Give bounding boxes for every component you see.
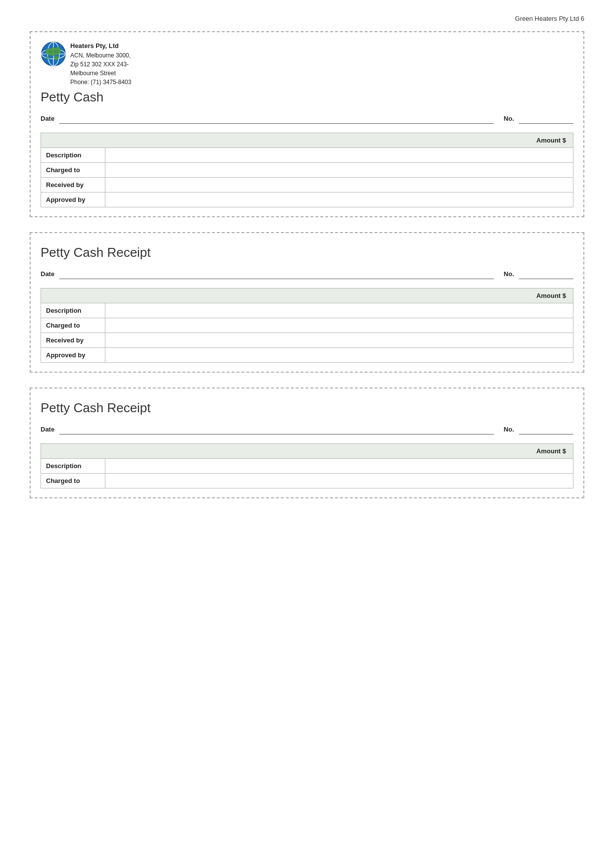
section-3: Petty Cash Receipt Date No. Amount $ Des… — [30, 387, 584, 498]
section3-date-field[interactable] — [59, 425, 494, 434]
form-row-value[interactable] — [105, 333, 573, 347]
page-header-text: Green Heaters Pty Ltd 6 — [515, 15, 584, 22]
section1-date-row: Date No. — [41, 111, 573, 127]
section2-amount-header: Amount $ — [41, 288, 573, 303]
globe-icon — [41, 41, 66, 67]
company-acn: ACN, Melbourne 3000, — [70, 51, 131, 60]
section2-title: Petty Cash Receipt — [41, 245, 573, 260]
section1-date-field[interactable] — [59, 114, 494, 124]
form-row-value[interactable] — [105, 303, 573, 318]
form-row-value[interactable] — [105, 192, 573, 207]
form-row-label: Approved by — [41, 347, 105, 362]
section2-no-field[interactable] — [519, 269, 573, 279]
form-row-label: Charged to — [41, 162, 105, 177]
form-row-value[interactable] — [105, 162, 573, 177]
section1-form-table: Amount $ DescriptionCharged toReceived b… — [41, 133, 573, 207]
section3-no-field[interactable] — [519, 425, 573, 434]
section3-date-row: Date No. — [41, 422, 573, 437]
form-row-label: Description — [41, 458, 105, 473]
section1-title: Petty Cash — [41, 90, 573, 105]
section-1: Heaters Pty, Ltd ACN, Melbourne 3000, Zi… — [30, 31, 584, 217]
form-row-label: Charged to — [41, 318, 105, 333]
form-row-value[interactable] — [105, 347, 573, 362]
section2-no-label: No. — [504, 270, 514, 278]
section2-date-row: Date No. — [41, 266, 573, 282]
section1-no-field[interactable] — [519, 114, 573, 124]
section3-form-table: Amount $ DescriptionCharged to — [41, 443, 573, 488]
form-row-label: Received by — [41, 177, 105, 192]
section3-no-label: No. — [504, 426, 514, 433]
form-row-label: Charged to — [41, 473, 105, 488]
page: Green Heaters Pty Ltd 6 Heaters Pty, Ltd… — [0, 0, 614, 868]
section3-amount-header: Amount $ — [41, 443, 573, 458]
section1-no-label: No. — [504, 115, 514, 122]
section3-date-label: Date — [41, 426, 54, 433]
company-info: Heaters Pty, Ltd ACN, Melbourne 3000, Zi… — [70, 41, 131, 87]
company-name: Heaters Pty, Ltd — [70, 41, 131, 51]
form-row-value[interactable] — [105, 473, 573, 488]
company-zip: Zip 512 302 XXX 243- — [70, 60, 131, 69]
form-row-value[interactable] — [105, 177, 573, 192]
form-row-value[interactable] — [105, 318, 573, 333]
company-street: Melbourne Street — [70, 69, 131, 78]
page-header: Green Heaters Pty Ltd 6 — [30, 15, 584, 22]
form-row-label: Approved by — [41, 192, 105, 207]
form-row-value[interactable] — [105, 147, 573, 162]
form-row-value[interactable] — [105, 458, 573, 473]
section2-date-label: Date — [41, 270, 54, 278]
section2-form-table: Amount $ DescriptionCharged toReceived b… — [41, 288, 573, 363]
form-row-label: Received by — [41, 333, 105, 347]
company-header: Heaters Pty, Ltd ACN, Melbourne 3000, Zi… — [41, 41, 573, 87]
section1-date-label: Date — [41, 115, 54, 122]
section3-title: Petty Cash Receipt — [41, 400, 573, 416]
section-2: Petty Cash Receipt Date No. Amount $ Des… — [30, 232, 584, 373]
form-row-label: Description — [41, 303, 105, 318]
form-row-label: Description — [41, 147, 105, 162]
section1-amount-header: Amount $ — [41, 133, 573, 147]
company-phone: Phone: (71) 3475-8403 — [70, 78, 131, 87]
section2-date-field[interactable] — [59, 269, 494, 279]
